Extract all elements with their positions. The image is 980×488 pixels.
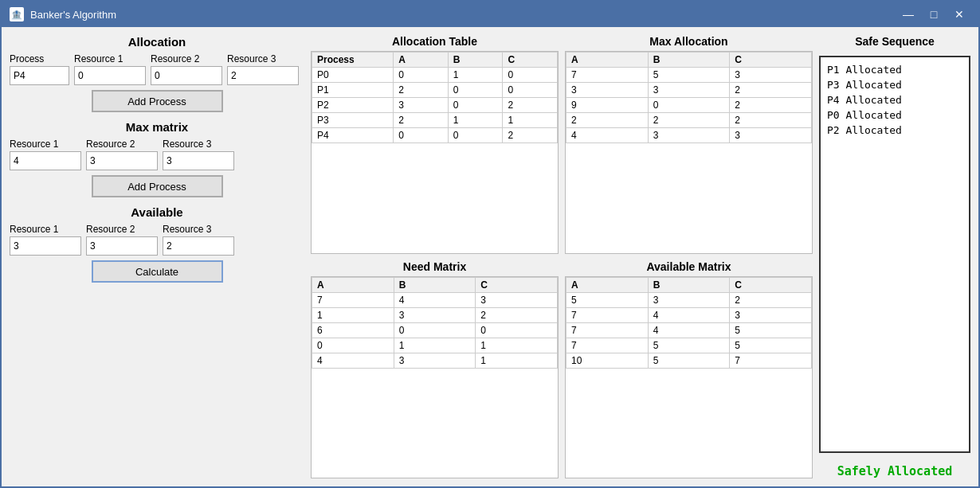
table-row: 532 — [566, 292, 812, 307]
need-col-c: C — [476, 277, 558, 292]
allocation-section: Allocation Process Resource 1 Resource 2… — [10, 35, 304, 112]
safe-sequence-item: P0 Allocated — [827, 107, 962, 123]
avail-resource3-label: Resource 3 — [163, 224, 234, 235]
table-row: 222 — [566, 113, 812, 128]
table-cell: 0 — [503, 68, 558, 83]
avail-matrix-header: A B C — [566, 277, 812, 292]
table-cell: 0 — [312, 338, 394, 353]
table-cell: 2 — [394, 113, 449, 128]
table-row: 743 — [566, 307, 812, 322]
max-section: Max matrix Resource 1 Resource 2 Resourc… — [10, 120, 304, 197]
table-cell: 2 — [730, 83, 812, 98]
available-matrix-title: Available Matrix — [565, 260, 813, 273]
table-cell: 7 — [312, 292, 394, 307]
table-cell: 0 — [503, 83, 558, 98]
add-process-max-button[interactable]: Add Process — [92, 175, 223, 197]
calculate-button[interactable]: Calculate — [92, 260, 223, 283]
allocation-table-header: Process A B C — [312, 53, 558, 68]
table-cell: P1 — [312, 83, 394, 98]
max-resource3-field[interactable] — [163, 151, 234, 170]
avail-resource3-field[interactable] — [163, 236, 234, 256]
max-col-a: A — [566, 53, 649, 68]
add-process-button[interactable]: Add Process — [92, 90, 223, 112]
avail-resource2-label: Resource 2 — [86, 224, 158, 235]
table-cell: 0 — [448, 128, 503, 143]
bottom-tables-row: Need Matrix A B C 74313260001 — [311, 260, 813, 479]
table-cell: 0 — [448, 98, 503, 113]
table-cell: 3 — [648, 83, 730, 98]
table-cell: 4 — [312, 353, 394, 368]
process-field[interactable] — [10, 66, 69, 85]
table-row: 431 — [312, 353, 558, 368]
allocation-inputs — [10, 66, 304, 85]
close-button[interactable]: ✕ — [948, 6, 970, 23]
table-cell: 5 — [730, 322, 812, 338]
table-cell: 1 — [476, 338, 558, 353]
table-cell: 1 — [448, 68, 503, 83]
need-matrix-table: A B C 743132600011431 — [312, 277, 558, 369]
avail-resource2-field[interactable] — [86, 236, 158, 256]
table-row: P3211 — [312, 113, 558, 128]
max-resource2-field[interactable] — [86, 151, 158, 170]
avail-resource1-field[interactable] — [10, 236, 81, 256]
table-cell: 2 — [730, 292, 812, 307]
available-title: Available — [10, 205, 304, 219]
table-cell: 4 — [648, 307, 730, 322]
table-cell: 2 — [730, 98, 812, 113]
top-tables-row: Allocation Table Process A B C — [311, 35, 813, 254]
col-header-b: B — [448, 53, 503, 68]
avail-col-c: C — [730, 277, 812, 292]
table-cell: 5 — [648, 338, 730, 353]
table-cell: 3 — [648, 292, 730, 307]
maximize-button[interactable]: □ — [923, 6, 945, 23]
table-cell: P3 — [312, 113, 394, 128]
table-cell: 3 — [730, 68, 812, 83]
table-row: 743 — [312, 292, 558, 307]
table-row: 600 — [312, 322, 558, 338]
table-cell: 0 — [448, 83, 503, 98]
need-matrix-title: Need Matrix — [311, 260, 559, 273]
available-labels: Resource 1 Resource 2 Resource 3 — [10, 224, 304, 235]
table-row: 755 — [566, 338, 812, 353]
safe-sequence-title: Safe Sequence — [819, 35, 970, 48]
table-row: P4002 — [312, 128, 558, 143]
table-cell: 1 — [448, 113, 503, 128]
table-cell: 5 — [648, 68, 730, 83]
table-cell: 0 — [476, 322, 558, 338]
allocation-labels: Process Resource 1 Resource 2 Resource 3 — [10, 53, 304, 64]
main-window: 🏦 Banker's Algorithm — □ ✕ Allocation Pr… — [0, 0, 980, 488]
table-cell: 0 — [394, 128, 449, 143]
resource1-field[interactable] — [74, 66, 146, 85]
table-cell: 7 — [566, 322, 649, 338]
available-section: Available Resource 1 Resource 2 Resource… — [10, 205, 304, 283]
table-cell: 1 — [503, 113, 558, 128]
max-title: Max matrix — [10, 120, 304, 134]
allocation-table-wrapper: Process A B C P0010P1200P2302P3211P4002 — [311, 51, 559, 254]
max-col-b: B — [648, 53, 730, 68]
table-cell: 5 — [566, 292, 649, 307]
table-cell: P2 — [312, 98, 394, 113]
allocation-title: Allocation — [10, 35, 304, 49]
allocation-table-title: Allocation Table — [311, 35, 559, 48]
resource1-label: Resource 1 — [74, 53, 146, 64]
table-cell: 2 — [503, 98, 558, 113]
table-cell: 3 — [648, 128, 730, 143]
table-cell: 3 — [730, 128, 812, 143]
table-cell: 2 — [394, 83, 449, 98]
max-resource1-field[interactable] — [10, 151, 81, 170]
resource3-field[interactable] — [227, 66, 299, 85]
table-cell: 0 — [648, 98, 730, 113]
table-row: P0010 — [312, 68, 558, 83]
minimize-button[interactable]: — — [897, 6, 919, 23]
max-table-header: A B C — [566, 53, 812, 68]
table-cell: 0 — [394, 68, 449, 83]
table-cell: 6 — [312, 322, 394, 338]
table-cell: P4 — [312, 128, 394, 143]
table-row: 1057 — [566, 353, 812, 368]
table-cell: 2 — [503, 128, 558, 143]
resource3-label: Resource 3 — [227, 53, 299, 64]
table-row: 132 — [312, 307, 558, 322]
resource2-field[interactable] — [151, 66, 222, 85]
available-inputs — [10, 236, 304, 256]
table-cell: 10 — [566, 353, 649, 368]
